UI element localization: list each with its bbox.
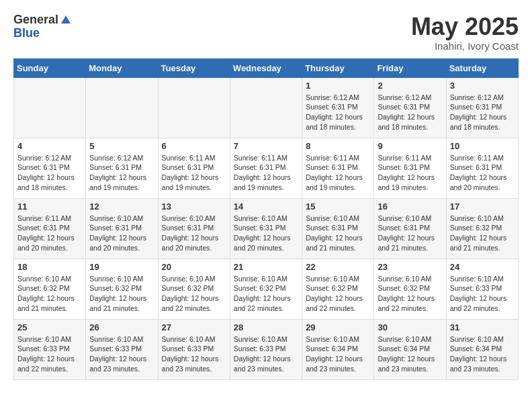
day-info: Sunrise: 6:10 AM Sunset: 6:32 PM Dayligh… [378,274,442,314]
day-number: 24 [450,262,515,272]
header-day-tuesday: Tuesday [158,58,230,77]
day-number: 29 [306,322,370,332]
calendar-cell: 21Sunrise: 6:10 AM Sunset: 6:32 PM Dayli… [230,259,302,319]
day-number: 20 [162,262,226,272]
day-info: Sunrise: 6:10 AM Sunset: 6:33 PM Dayligh… [17,334,82,374]
day-number: 10 [450,141,515,151]
calendar-cell: 27Sunrise: 6:10 AM Sunset: 6:33 PM Dayli… [158,319,230,379]
calendar-cell: 24Sunrise: 6:10 AM Sunset: 6:33 PM Dayli… [446,259,518,319]
day-number: 18 [17,262,82,272]
day-info: Sunrise: 6:10 AM Sunset: 6:33 PM Dayligh… [234,334,298,374]
day-number: 21 [234,262,298,272]
day-number: 26 [89,322,154,332]
day-info: Sunrise: 6:10 AM Sunset: 6:31 PM Dayligh… [89,214,154,253]
logo: General Blue [13,13,72,40]
day-info: Sunrise: 6:10 AM Sunset: 6:32 PM Dayligh… [306,274,370,314]
calendar-cell: 18Sunrise: 6:10 AM Sunset: 6:32 PM Dayli… [14,259,86,319]
header-day-sunday: Sunday [14,58,86,77]
calendar-week-row: 25Sunrise: 6:10 AM Sunset: 6:33 PM Dayli… [14,319,519,379]
calendar-cell: 28Sunrise: 6:10 AM Sunset: 6:33 PM Dayli… [230,319,302,379]
day-info: Sunrise: 6:12 AM Sunset: 6:31 PM Dayligh… [378,93,442,132]
calendar-cell: 16Sunrise: 6:10 AM Sunset: 6:31 PM Dayli… [374,198,446,259]
calendar-cell: 15Sunrise: 6:10 AM Sunset: 6:31 PM Dayli… [302,198,374,259]
day-info: Sunrise: 6:10 AM Sunset: 6:33 PM Dayligh… [89,334,154,374]
header-day-friday: Friday [374,58,446,77]
calendar-cell: 12Sunrise: 6:10 AM Sunset: 6:31 PM Dayli… [86,198,158,259]
calendar-header-row: SundayMondayTuesdayWednesdayThursdayFrid… [14,58,519,77]
header-day-thursday: Thursday [302,58,374,77]
day-number: 2 [378,81,442,91]
calendar-cell [158,77,230,138]
day-number: 7 [234,141,298,151]
header-day-monday: Monday [86,58,158,77]
calendar-cell [230,77,302,138]
location-title: Inahiri, Ivory Coast [411,40,519,52]
day-info: Sunrise: 6:12 AM Sunset: 6:31 PM Dayligh… [17,153,82,193]
calendar-cell [86,77,158,138]
day-number: 23 [378,262,442,272]
logo-icon [60,14,72,26]
calendar-cell: 19Sunrise: 6:10 AM Sunset: 6:32 PM Dayli… [86,259,158,319]
day-number: 4 [17,141,82,151]
day-info: Sunrise: 6:10 AM Sunset: 6:33 PM Dayligh… [450,274,515,314]
calendar-cell: 1Sunrise: 6:12 AM Sunset: 6:31 PM Daylig… [302,77,374,138]
calendar-cell [14,77,86,138]
day-number: 5 [89,141,154,151]
day-number: 15 [306,201,370,212]
day-info: Sunrise: 6:11 AM Sunset: 6:31 PM Dayligh… [450,153,515,193]
calendar-week-row: 4Sunrise: 6:12 AM Sunset: 6:31 PM Daylig… [14,138,519,198]
calendar-cell: 14Sunrise: 6:10 AM Sunset: 6:31 PM Dayli… [230,198,302,259]
day-number: 28 [234,322,298,332]
day-number: 25 [17,322,82,332]
day-info: Sunrise: 6:11 AM Sunset: 6:31 PM Dayligh… [306,153,370,193]
calendar-week-row: 1Sunrise: 6:12 AM Sunset: 6:31 PM Daylig… [14,77,519,138]
month-title: May 2025 [411,13,519,40]
day-info: Sunrise: 6:10 AM Sunset: 6:34 PM Dayligh… [306,334,370,374]
day-number: 3 [450,81,515,91]
day-number: 14 [234,201,298,212]
day-number: 31 [450,322,515,332]
day-number: 1 [306,81,370,91]
day-info: Sunrise: 6:11 AM Sunset: 6:31 PM Dayligh… [17,214,82,253]
day-info: Sunrise: 6:10 AM Sunset: 6:32 PM Dayligh… [450,214,515,253]
calendar-cell: 13Sunrise: 6:10 AM Sunset: 6:31 PM Dayli… [158,198,230,259]
calendar-cell: 4Sunrise: 6:12 AM Sunset: 6:31 PM Daylig… [14,138,86,198]
calendar-cell: 30Sunrise: 6:10 AM Sunset: 6:34 PM Dayli… [374,319,446,379]
day-info: Sunrise: 6:11 AM Sunset: 6:31 PM Dayligh… [378,153,442,193]
day-number: 30 [378,322,442,332]
header-day-saturday: Saturday [446,58,518,77]
day-number: 12 [89,201,154,212]
title-block: May 2025 Inahiri, Ivory Coast [411,13,519,52]
calendar-cell: 3Sunrise: 6:12 AM Sunset: 6:31 PM Daylig… [446,77,518,138]
day-number: 8 [306,141,370,151]
calendar-week-row: 18Sunrise: 6:10 AM Sunset: 6:32 PM Dayli… [14,259,519,319]
day-info: Sunrise: 6:10 AM Sunset: 6:32 PM Dayligh… [89,274,154,314]
day-info: Sunrise: 6:10 AM Sunset: 6:31 PM Dayligh… [162,214,226,253]
calendar-cell: 17Sunrise: 6:10 AM Sunset: 6:32 PM Dayli… [446,198,518,259]
logo-general-text: General [13,13,58,27]
header-day-wednesday: Wednesday [230,58,302,77]
day-info: Sunrise: 6:10 AM Sunset: 6:32 PM Dayligh… [162,274,226,314]
calendar-cell: 25Sunrise: 6:10 AM Sunset: 6:33 PM Dayli… [14,319,86,379]
day-number: 19 [89,262,154,272]
logo-blue-text: Blue [13,27,72,40]
day-info: Sunrise: 6:11 AM Sunset: 6:31 PM Dayligh… [162,153,226,193]
calendar-cell: 11Sunrise: 6:11 AM Sunset: 6:31 PM Dayli… [14,198,86,259]
calendar-cell: 29Sunrise: 6:10 AM Sunset: 6:34 PM Dayli… [302,319,374,379]
day-info: Sunrise: 6:10 AM Sunset: 6:32 PM Dayligh… [234,274,298,314]
day-info: Sunrise: 6:12 AM Sunset: 6:31 PM Dayligh… [306,93,370,132]
day-number: 17 [450,201,515,212]
day-info: Sunrise: 6:12 AM Sunset: 6:31 PM Dayligh… [450,93,515,132]
calendar-cell: 2Sunrise: 6:12 AM Sunset: 6:31 PM Daylig… [374,77,446,138]
calendar-cell: 7Sunrise: 6:11 AM Sunset: 6:31 PM Daylig… [230,138,302,198]
day-number: 11 [17,201,82,212]
calendar-cell: 5Sunrise: 6:12 AM Sunset: 6:31 PM Daylig… [86,138,158,198]
day-info: Sunrise: 6:10 AM Sunset: 6:32 PM Dayligh… [17,274,82,314]
day-info: Sunrise: 6:11 AM Sunset: 6:31 PM Dayligh… [234,153,298,193]
svg-marker-0 [61,15,71,24]
day-info: Sunrise: 6:10 AM Sunset: 6:31 PM Dayligh… [378,214,442,253]
day-info: Sunrise: 6:10 AM Sunset: 6:34 PM Dayligh… [378,334,442,374]
day-number: 13 [162,201,226,212]
day-number: 22 [306,262,370,272]
calendar-cell: 10Sunrise: 6:11 AM Sunset: 6:31 PM Dayli… [446,138,518,198]
